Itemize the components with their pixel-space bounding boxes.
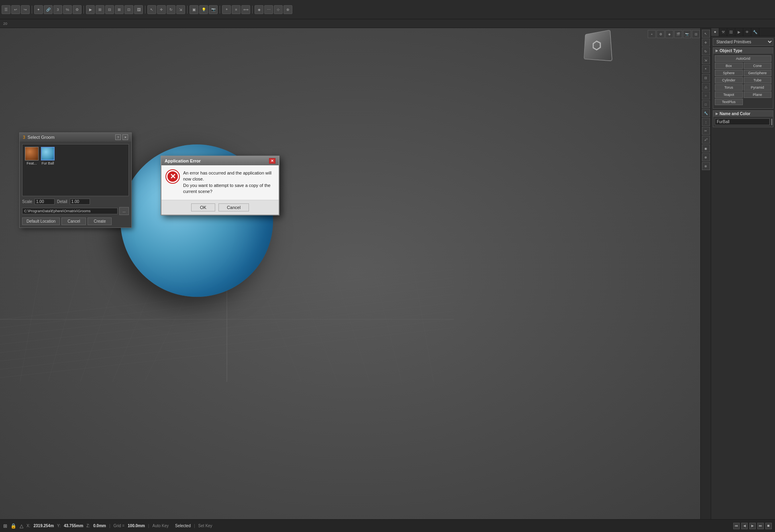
toolbar-icon-7[interactable]: % (63, 5, 72, 14)
tube-btn[interactable]: Tube (744, 77, 772, 83)
toolbar-icon-10[interactable]: ⊞ (96, 5, 104, 14)
toolbar-rotate-icon[interactable]: ↻ (167, 5, 175, 14)
autogrid-btn[interactable]: AutoGrid (715, 55, 771, 62)
box-btn[interactable]: Box (715, 63, 743, 69)
lt-icon-15[interactable]: ⊕ (702, 153, 710, 161)
name-color-header[interactable]: Name and Color (713, 111, 773, 117)
groom-item-feat[interactable]: Feat... (25, 147, 39, 165)
rpanel-tab-display[interactable]: 👁 (743, 28, 751, 36)
lt-icon-11[interactable]: ⋮ (702, 118, 710, 126)
playback-end-btn[interactable]: ⏹ (765, 523, 772, 529)
rpanel-tab-hierarchy[interactable]: ⛓ (727, 28, 735, 36)
lt-icon-6[interactable]: ⊡ (702, 74, 710, 82)
playback-next-btn[interactable]: ⏭ (757, 523, 764, 529)
toolbar-mirror-icon[interactable]: ⟺ (241, 5, 250, 14)
pyramid-btn[interactable]: Pyramid (744, 84, 772, 91)
vp-icon-5[interactable]: 📷 (683, 30, 691, 38)
sphere-btn[interactable]: Sphere (715, 70, 743, 76)
rpanel-tab-modify[interactable]: ⚒ (719, 28, 727, 36)
create-btn[interactable]: Create (88, 217, 112, 225)
dialog-close-btn[interactable]: ✕ (122, 134, 128, 140)
path-input[interactable] (22, 208, 118, 214)
viewport-3d[interactable]: ⬡ + ⚙ ◈ 🎬 📷 ⊡ ↗ (0, 28, 711, 519)
playback-prev-btn[interactable]: ⏮ (733, 523, 740, 529)
toolbar-material-icon[interactable]: ◈ (255, 5, 263, 14)
scale-input[interactable] (35, 199, 55, 205)
teapot-btn[interactable]: Teapot (715, 91, 743, 98)
lt-icon-12[interactable]: ✂ (702, 127, 710, 135)
toolbar-track-icon[interactable]: ⋯ (264, 5, 273, 14)
toolbar-icon-8[interactable]: ⚙ (73, 5, 82, 14)
name-color-body (713, 117, 773, 127)
default-location-btn[interactable]: Default Location (22, 217, 60, 225)
textplus-btn[interactable]: TextPlus (715, 99, 743, 105)
app-error-titlebar[interactable]: Application Error ✕ (161, 156, 279, 165)
lt-icon-5[interactable]: ⌖ (702, 65, 710, 73)
toolbar-icon-12[interactable]: ⊠ (115, 5, 124, 14)
lt-icon-16[interactable]: ⊗ (702, 162, 710, 170)
object-type-header[interactable]: Object Type (713, 48, 773, 54)
lt-icon-2[interactable]: ✛ (702, 39, 710, 47)
toolbar-icon-4[interactable]: ✦ (34, 5, 43, 14)
cylinder-btn[interactable]: Cylinder (715, 77, 743, 83)
toolbar-move-icon[interactable]: ✛ (157, 5, 166, 14)
color-swatch[interactable] (771, 119, 772, 125)
app-error-ok-btn[interactable]: OK (191, 203, 215, 211)
geosphere-btn[interactable]: GeoSphere (744, 70, 772, 76)
vp-icon-2[interactable]: ⚙ (657, 30, 665, 38)
toolbar-xref-icon[interactable]: ⊕ (283, 5, 292, 14)
vp-icon-4[interactable]: 🎬 (674, 30, 682, 38)
lt-icon-7[interactable]: △ (702, 83, 710, 91)
app-error-cancel-btn[interactable]: Cancel (218, 203, 249, 211)
toolbar-scale-icon[interactable]: ⇲ (176, 5, 185, 14)
vp-icon-3[interactable]: ◈ (665, 30, 673, 38)
cancel-btn[interactable]: Cancel (61, 217, 86, 225)
lt-icon-4[interactable]: ⇲ (702, 56, 710, 64)
toolbar-icon-14[interactable]: 🖼 (134, 5, 143, 14)
select-groom-titlebar[interactable]: 3 Select Groom ? ✕ (20, 133, 131, 142)
playback-play-btn[interactable]: ▶ (749, 523, 756, 529)
lt-icon-3[interactable]: ↻ (702, 47, 710, 55)
toolbar-icon-11[interactable]: ⊟ (105, 5, 114, 14)
svg-line-10 (80, 268, 120, 382)
app-error-close-btn[interactable]: ✕ (269, 158, 275, 164)
toolbar-align-icon[interactable]: ≡ (232, 5, 241, 14)
toolbar-icon-6[interactable]: 3 (53, 5, 62, 14)
toolbar-icon-1[interactable]: ☰ (2, 5, 10, 14)
toolbar-light-icon[interactable]: 💡 (199, 5, 208, 14)
toolbar-camera-icon[interactable]: 📷 (209, 5, 218, 14)
navigation-cube[interactable]: ⬡ (582, 31, 614, 63)
toolbar-render-icon[interactable]: ▣ (190, 5, 198, 14)
rpanel-tab-motion[interactable]: ▶ (735, 28, 743, 36)
toolbar-select-icon[interactable]: ↖ (147, 5, 156, 14)
toolbar-icon-13[interactable]: ⊡ (124, 5, 133, 14)
nav-cube-box[interactable]: ⬡ (584, 30, 612, 61)
lt-icon-10[interactable]: 🔧 (702, 109, 710, 117)
vp-icon-6[interactable]: ⊡ (692, 30, 700, 38)
toolbar-icon-2[interactable]: ↩ (11, 5, 20, 14)
toolbar-icon-3[interactable]: ↪ (21, 5, 30, 14)
lt-icon-1[interactable]: ↖ (702, 30, 710, 38)
detail-input[interactable] (70, 199, 90, 205)
rpanel-tab-utilities[interactable]: 🔧 (751, 28, 759, 36)
cone-btn[interactable]: Cone (744, 63, 772, 69)
vp-icon-1[interactable]: + (648, 30, 656, 38)
toolbar-snap-icon[interactable]: ⌖ (222, 5, 231, 14)
lt-icon-8[interactable]: ○ (702, 91, 710, 99)
browse-btn[interactable]: ... (119, 207, 129, 215)
lt-icon-14[interactable]: ◉ (702, 144, 710, 152)
torus-btn[interactable]: Torus (715, 84, 743, 91)
groom-item-furball[interactable]: Fur Ball (41, 147, 55, 165)
toolbar-icon-5[interactable]: 🔗 (44, 5, 53, 14)
toolbar-schematic-icon[interactable]: ⊹ (274, 5, 283, 14)
playback-back-btn[interactable]: ◀ (741, 523, 748, 529)
primitives-dropdown[interactable]: Standard Primitives (713, 38, 773, 46)
lt-icon-13[interactable]: 🖊 (702, 136, 710, 144)
app-error-message: An error has occurred and the applicatio… (183, 170, 274, 195)
rpanel-tab-create[interactable]: ✦ (711, 28, 719, 36)
dialog-help-btn[interactable]: ? (115, 134, 121, 140)
toolbar-icon-9[interactable]: ▶ (86, 5, 95, 14)
object-name-input[interactable] (715, 118, 770, 125)
plane-btn[interactable]: Plane (744, 91, 772, 98)
lt-icon-9[interactable]: □ (702, 100, 710, 108)
